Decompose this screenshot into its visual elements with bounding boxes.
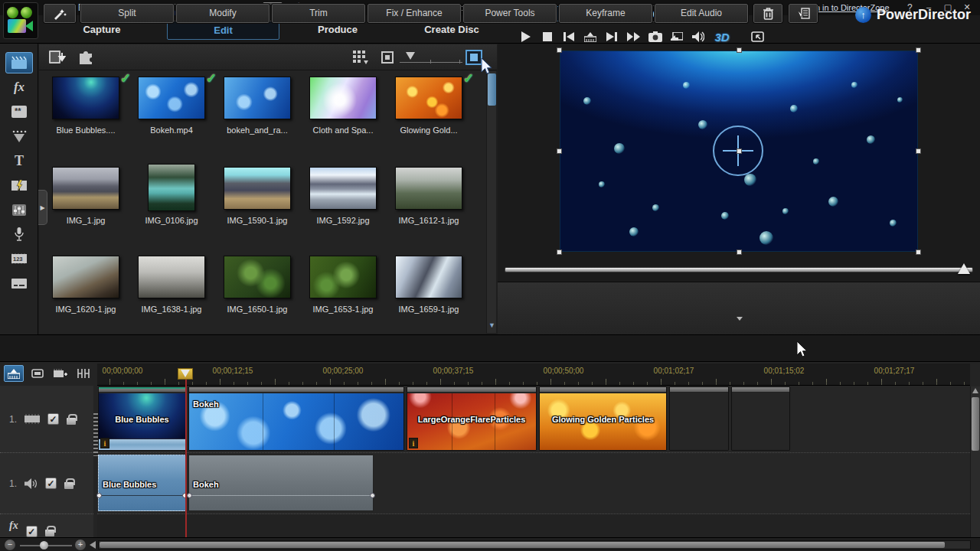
preview-quality-button[interactable] bbox=[667, 28, 687, 46]
timeline-horizontal-scrollbar[interactable] bbox=[98, 540, 971, 549]
undock-preview-button[interactable] bbox=[747, 28, 767, 46]
playhead-marker[interactable] bbox=[178, 368, 193, 380]
power-tools-button[interactable]: Power Tools bbox=[463, 4, 557, 23]
track-enable-checkbox[interactable]: ✓ bbox=[45, 478, 57, 489]
split-button[interactable]: Split bbox=[80, 4, 174, 23]
snapshot-button[interactable] bbox=[645, 28, 665, 46]
delete-button[interactable] bbox=[753, 4, 782, 23]
effect-track-lane[interactable] bbox=[97, 514, 970, 537]
fast-forward-button[interactable] bbox=[623, 28, 643, 46]
library-thumbnail[interactable] bbox=[138, 256, 205, 298]
library-thumbnail[interactable] bbox=[309, 77, 377, 119]
seek-marker-button[interactable] bbox=[580, 28, 600, 46]
scroll-left-arrow-icon[interactable] bbox=[90, 541, 96, 549]
track-lock-icon[interactable] bbox=[45, 530, 54, 536]
timeline-vertical-scrollbar[interactable] bbox=[970, 386, 980, 537]
track-enable-checkbox[interactable]: ✓ bbox=[47, 413, 59, 425]
track-enable-checkbox[interactable]: ✓ bbox=[26, 526, 38, 537]
sidebar-item-effect-room[interactable]: fx bbox=[5, 77, 33, 98]
selection-handle[interactable] bbox=[557, 249, 562, 255]
selection-handle[interactable] bbox=[737, 47, 742, 53]
thumbnail-zoom-slider-track[interactable] bbox=[400, 62, 462, 63]
library-thumbnail[interactable] bbox=[138, 77, 205, 119]
video-clip[interactable]: Bokeh bbox=[188, 386, 404, 451]
library-scrollbar-thumb[interactable] bbox=[488, 73, 496, 106]
sidebar-item-pip-objects-room[interactable]: ** bbox=[5, 101, 33, 122]
trim-button[interactable]: Trim bbox=[272, 4, 365, 23]
library-thumbnail[interactable] bbox=[395, 77, 462, 119]
timeline-ruler[interactable]: 00;00;00;0000;00;12;1500;00;25;0000;00;3… bbox=[97, 364, 970, 386]
timeline-zoom-in-button[interactable]: + bbox=[75, 540, 86, 550]
volume-line[interactable] bbox=[99, 495, 185, 496]
library-thumbnail[interactable] bbox=[148, 164, 195, 211]
track-lock-icon[interactable] bbox=[67, 418, 76, 425]
sidebar-item-title-room[interactable]: T bbox=[5, 150, 33, 171]
track-lock-icon[interactable] bbox=[64, 482, 74, 489]
vertical-scrollbar-thumb[interactable] bbox=[972, 397, 979, 451]
scroll-down-arrow-icon[interactable]: ▼ bbox=[488, 321, 496, 330]
audio-clip[interactable]: Blue Bubbles bbox=[98, 455, 186, 511]
selection-handle[interactable] bbox=[737, 249, 742, 255]
keyframe-button[interactable]: Keyframe bbox=[559, 4, 652, 23]
sidebar-item-media-room[interactable] bbox=[5, 52, 33, 73]
library-thumbnail[interactable] bbox=[52, 256, 119, 298]
timeline-zoom-slider-thumb[interactable] bbox=[40, 541, 48, 549]
sidebar-item-particle-room[interactable] bbox=[5, 126, 33, 147]
small-thumbnails-icon[interactable] bbox=[381, 51, 394, 64]
timeline-zoom-out-button[interactable]: − bbox=[5, 540, 15, 550]
sidebar-item-chapter-room[interactable]: 123 bbox=[5, 248, 33, 269]
library-thumbnail[interactable] bbox=[224, 167, 291, 210]
preview-seek-bar[interactable] bbox=[505, 267, 973, 272]
library-thumbnail[interactable] bbox=[395, 256, 462, 298]
magic-fix-button[interactable] bbox=[44, 4, 76, 23]
library-thumbnail[interactable] bbox=[224, 256, 291, 298]
video-clip[interactable]: Blue Bubbles i bbox=[98, 386, 186, 451]
panel-expand-handle[interactable]: ▶ bbox=[38, 190, 47, 225]
sidebar-item-subtitle-room[interactable] bbox=[5, 272, 33, 294]
library-scrollbar[interactable]: ▼ bbox=[486, 71, 496, 333]
selection-handle[interactable] bbox=[916, 148, 921, 154]
storyboard-view-button[interactable] bbox=[28, 365, 47, 382]
library-thumbnail[interactable] bbox=[224, 77, 291, 119]
library-thumbnail[interactable] bbox=[309, 256, 377, 298]
3d-dropdown-arrow-icon[interactable] bbox=[737, 317, 743, 321]
download-media-puzzle-icon[interactable] bbox=[77, 48, 95, 66]
sidebar-item-transition-room[interactable] bbox=[5, 174, 33, 196]
volume-keyframe-dot[interactable] bbox=[187, 493, 192, 498]
volume-keyframe-dot[interactable] bbox=[370, 493, 375, 498]
selection-handle[interactable] bbox=[916, 249, 921, 255]
3d-mode-button[interactable]: 3D bbox=[710, 28, 733, 46]
edit-audio-button[interactable]: Edit Audio bbox=[655, 4, 748, 23]
library-thumbnail[interactable] bbox=[52, 77, 119, 119]
import-media-icon[interactable] bbox=[47, 48, 66, 66]
volume-line[interactable] bbox=[189, 495, 373, 496]
scroll-up-arrow-icon[interactable] bbox=[972, 388, 978, 393]
range-select-button[interactable] bbox=[789, 4, 818, 23]
previous-frame-button[interactable] bbox=[559, 28, 579, 46]
next-frame-button[interactable] bbox=[602, 28, 622, 46]
sidebar-item-voice-over-room[interactable] bbox=[5, 223, 33, 245]
sidebar-item-audio-mixing-room[interactable] bbox=[5, 199, 33, 220]
selection-handle[interactable] bbox=[916, 47, 921, 53]
library-thumbnail[interactable] bbox=[309, 167, 377, 210]
track-header-grip[interactable] bbox=[93, 413, 98, 456]
volume-button[interactable] bbox=[688, 28, 708, 46]
stop-button[interactable] bbox=[537, 28, 557, 46]
fix-enhance-button[interactable]: Fix / Enhance bbox=[368, 4, 461, 23]
modify-button[interactable]: Modify bbox=[176, 4, 270, 23]
large-thumbnails-button[interactable] bbox=[466, 50, 482, 65]
track-manager-button[interactable] bbox=[74, 365, 93, 382]
play-button[interactable] bbox=[515, 28, 535, 46]
video-clip[interactable]: LargeOrangeFlareParticles i bbox=[407, 386, 537, 451]
selection-handle[interactable] bbox=[737, 148, 742, 154]
library-thumbnail[interactable] bbox=[52, 167, 119, 210]
video-clip[interactable] bbox=[731, 386, 790, 451]
library-menu-icon[interactable] bbox=[352, 50, 371, 65]
audio-clip[interactable]: Bokeh bbox=[188, 455, 374, 511]
add-track-button[interactable] bbox=[51, 365, 70, 382]
library-thumbnail[interactable] bbox=[395, 167, 462, 210]
video-track-lane[interactable]: Blue Bubbles i Bokeh LargeOrangeFlarePar… bbox=[97, 386, 970, 453]
volume-keyframe-dot[interactable] bbox=[96, 493, 102, 498]
video-clip[interactable] bbox=[669, 386, 729, 451]
audio-track-lane[interactable]: Blue Bubbles Bokeh bbox=[97, 453, 970, 514]
